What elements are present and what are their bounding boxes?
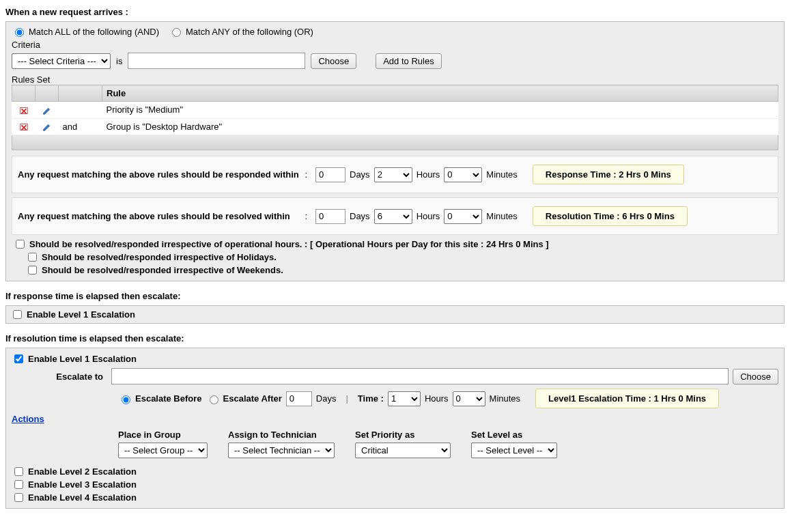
priority-select[interactable]: Critical <box>355 443 451 458</box>
resolution-escalate-heading: If resolution time is elapsed then escal… <box>5 333 785 344</box>
escalate-hours-select[interactable]: 1 <box>388 391 421 406</box>
escalate-after-radio[interactable] <box>210 395 218 404</box>
escalate-hours-label: Hours <box>425 393 449 404</box>
escalate-before-radio[interactable] <box>122 395 130 404</box>
resolution-level3-text: Enable Level 3 Escalation <box>28 479 137 490</box>
resolution-level4-check[interactable]: Enable Level 4 Escalation <box>12 491 778 504</box>
assign-tech-label: Assign to Technician <box>228 430 335 440</box>
assign-tech-select[interactable]: -- Select Technician -- <box>228 443 335 458</box>
rule-op: and <box>59 118 102 135</box>
resolution-level4-text: Enable Level 4 Escalation <box>28 492 137 503</box>
escalate-to-input[interactable] <box>111 368 729 384</box>
resolution-hours-select[interactable]: 6 <box>374 209 412 224</box>
resolution-level4-checkbox[interactable] <box>14 493 23 502</box>
edit-icon[interactable] <box>36 102 59 119</box>
rule-text: Priority is "Medium" <box>102 102 778 119</box>
operational-hours-check[interactable]: Should be resolved/responded irrespectiv… <box>13 238 777 251</box>
resolution-label: Any request matching the above rules sho… <box>18 211 290 221</box>
resolution-level2-check[interactable]: Enable Level 2 Escalation <box>12 465 778 478</box>
match-any-label[interactable]: Match ANY of the following (OR) <box>169 26 313 37</box>
place-group-select[interactable]: -- Select Group -- <box>118 443 208 458</box>
resolution-level3-check[interactable]: Enable Level 3 Escalation <box>12 478 778 491</box>
criteria-is-label: is <box>116 56 122 66</box>
escalation-summary: Level1 Escalation Time : 1 Hrs 0 Mins <box>535 389 719 408</box>
resolution-level1-check[interactable]: Enable Level 1 Escalation <box>12 352 778 365</box>
match-all-text: Match ALL of the following (AND) <box>29 27 159 37</box>
escalate-before-label[interactable]: Escalate Before <box>118 393 202 404</box>
rules-table: Rule Priority is "Medium" <box>12 85 778 135</box>
operational-hours-text: Should be resolved/responded irrespectiv… <box>29 239 549 249</box>
holidays-checkbox[interactable] <box>28 253 37 262</box>
table-row: and Group is "Desktop Hardware" <box>12 118 778 135</box>
add-to-rules-button[interactable]: Add to Rules <box>376 53 441 69</box>
days-label: Days <box>350 169 370 180</box>
delete-icon[interactable] <box>12 102 36 119</box>
days-label: Days <box>350 211 370 221</box>
response-level1-text: Enable Level 1 Escalation <box>27 309 135 320</box>
response-label: Any request matching the above rules sho… <box>18 169 299 180</box>
holidays-text: Should be resolved/responded irrespectiv… <box>42 252 277 262</box>
resolution-summary: Resolution Time : 6 Hrs 0 Mins <box>533 206 688 226</box>
weekends-checkbox[interactable] <box>28 266 37 275</box>
criteria-value-input[interactable] <box>128 53 305 69</box>
delete-icon[interactable] <box>12 118 36 135</box>
rule-text: Group is "Desktop Hardware" <box>102 118 778 135</box>
holidays-check[interactable]: Should be resolved/responded irrespectiv… <box>25 251 777 264</box>
choose-button[interactable]: Choose <box>311 53 356 69</box>
resolution-minutes-select[interactable]: 0 <box>444 209 482 224</box>
resolution-level3-checkbox[interactable] <box>14 480 23 489</box>
response-hours-select[interactable]: 2 <box>374 167 412 182</box>
rules-set-heading: Rules Set <box>12 74 778 85</box>
escalate-time-label: Time : <box>358 393 384 404</box>
resolution-level1-checkbox[interactable] <box>14 354 23 363</box>
escalate-minutes-label: Minutes <box>490 393 521 404</box>
place-group-label: Place in Group <box>118 430 208 440</box>
match-any-text: Match ANY of the following (OR) <box>186 27 313 37</box>
rules-col-rule: Rule <box>102 85 778 102</box>
match-all-label[interactable]: Match ALL of the following (AND) <box>12 26 159 37</box>
response-days-input[interactable] <box>315 167 345 182</box>
resolution-days-input[interactable] <box>315 209 345 224</box>
rule-op <box>59 102 102 119</box>
escalate-minutes-select[interactable]: 0 <box>453 391 485 406</box>
resolution-level1-text: Enable Level 1 Escalation <box>28 354 137 364</box>
response-summary: Response Time : 2 Hrs 0 Mins <box>533 165 684 184</box>
criteria-select[interactable]: --- Select Criteria --- <box>12 53 111 69</box>
level-label: Set Level as <box>471 430 557 440</box>
criteria-panel: Match ALL of the following (AND) Match A… <box>5 21 785 281</box>
table-row: Priority is "Medium" <box>12 102 778 119</box>
operational-hours-checkbox[interactable] <box>16 240 25 249</box>
resolution-level2-checkbox[interactable] <box>14 467 23 476</box>
separator: | <box>345 393 348 404</box>
actions-link[interactable]: Actions <box>12 414 44 424</box>
minutes-label: Minutes <box>486 169 518 180</box>
minutes-label: Minutes <box>486 211 518 221</box>
response-level1-check[interactable]: Enable Level 1 Escalation <box>10 308 780 321</box>
escalate-to-label: Escalate to <box>12 372 107 382</box>
edit-icon[interactable] <box>36 118 59 135</box>
hours-label: Hours <box>417 169 440 180</box>
page-title: When a new request arrives : <box>5 7 785 17</box>
escalate-days-input[interactable] <box>286 391 312 406</box>
response-minutes-select[interactable]: 0 <box>444 167 482 182</box>
response-level1-checkbox[interactable] <box>13 310 22 319</box>
match-any-radio[interactable] <box>172 28 181 37</box>
escalate-days-label: Days <box>316 393 337 404</box>
criteria-heading: Criteria <box>12 40 778 50</box>
escalate-choose-button[interactable]: Choose <box>733 369 778 384</box>
resolution-time-row: Any request matching the above rules sho… <box>12 197 778 235</box>
level-select[interactable]: -- Select Level -- <box>471 443 557 458</box>
resolution-level2-text: Enable Level 2 Escalation <box>28 466 137 477</box>
match-all-radio[interactable] <box>15 28 24 37</box>
response-time-row: Any request matching the above rules sho… <box>12 156 778 193</box>
priority-label: Set Priority as <box>355 430 451 440</box>
response-escalate-heading: If response time is elapsed then escalat… <box>5 291 785 301</box>
hours-label: Hours <box>417 211 440 221</box>
weekends-text: Should be resolved/responded irrespectiv… <box>42 265 283 275</box>
escalate-after-label[interactable]: Escalate After <box>206 393 282 404</box>
weekends-check[interactable]: Should be resolved/responded irrespectiv… <box>25 264 777 277</box>
rules-table-footer <box>12 135 778 150</box>
